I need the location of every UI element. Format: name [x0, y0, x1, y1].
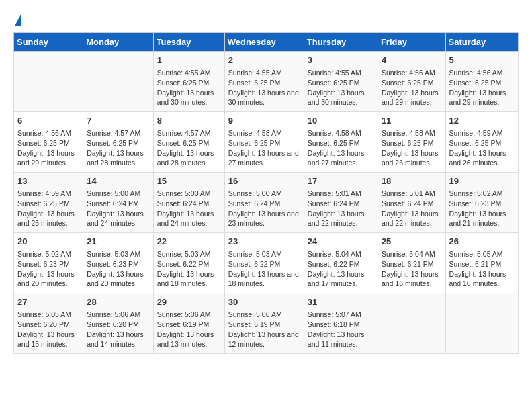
day-info: Sunrise: 4:56 AM Sunset: 6:25 PM Dayligh… — [382, 68, 442, 107]
day-number: 2 — [228, 54, 300, 66]
day-info: Sunrise: 4:55 AM Sunset: 6:25 PM Dayligh… — [308, 68, 374, 107]
calendar-cell: 18Sunrise: 5:01 AM Sunset: 6:24 PM Dayli… — [378, 173, 445, 233]
day-number: 6 — [17, 115, 79, 127]
day-info: Sunrise: 5:00 AM Sunset: 6:24 PM Dayligh… — [228, 189, 300, 228]
calendar-cell: 2Sunrise: 4:55 AM Sunset: 6:25 PM Daylig… — [224, 52, 304, 112]
day-info: Sunrise: 5:00 AM Sunset: 6:24 PM Dayligh… — [157, 189, 221, 228]
day-number: 20 — [17, 236, 79, 248]
header-wednesday: Wednesday — [224, 33, 304, 52]
calendar-cell: 23Sunrise: 5:03 AM Sunset: 6:22 PM Dayli… — [224, 233, 304, 293]
calendar-cell — [445, 293, 518, 354]
day-info: Sunrise: 4:57 AM Sunset: 6:25 PM Dayligh… — [87, 128, 149, 168]
calendar-cell: 19Sunrise: 5:02 AM Sunset: 6:23 PM Dayli… — [445, 173, 518, 233]
day-number: 27 — [17, 296, 79, 308]
day-number: 12 — [449, 115, 515, 127]
day-info: Sunrise: 4:55 AM Sunset: 6:25 PM Dayligh… — [157, 68, 221, 107]
day-number: 31 — [308, 296, 374, 308]
header-saturday: Saturday — [445, 33, 518, 52]
calendar-cell: 12Sunrise: 4:59 AM Sunset: 6:25 PM Dayli… — [445, 112, 518, 173]
day-info: Sunrise: 4:57 AM Sunset: 6:25 PM Dayligh… — [157, 128, 221, 168]
day-info: Sunrise: 4:59 AM Sunset: 6:25 PM Dayligh… — [17, 189, 79, 228]
calendar-cell: 5Sunrise: 4:56 AM Sunset: 6:25 PM Daylig… — [445, 52, 518, 112]
day-number: 19 — [449, 175, 515, 187]
day-number: 22 — [157, 236, 221, 248]
day-info: Sunrise: 4:58 AM Sunset: 6:25 PM Dayligh… — [228, 128, 300, 168]
day-info: Sunrise: 4:55 AM Sunset: 6:25 PM Dayligh… — [228, 68, 300, 107]
day-info: Sunrise: 4:56 AM Sunset: 6:25 PM Dayligh… — [449, 68, 515, 107]
day-info: Sunrise: 4:58 AM Sunset: 6:25 PM Dayligh… — [308, 128, 374, 168]
day-number: 23 — [228, 236, 300, 248]
calendar-cell: 21Sunrise: 5:03 AM Sunset: 6:23 PM Dayli… — [83, 233, 153, 293]
calendar-cell: 9Sunrise: 4:58 AM Sunset: 6:25 PM Daylig… — [224, 112, 304, 173]
day-info: Sunrise: 4:56 AM Sunset: 6:25 PM Dayligh… — [17, 128, 79, 168]
day-info: Sunrise: 5:04 AM Sunset: 6:22 PM Dayligh… — [308, 249, 374, 289]
day-number: 15 — [157, 175, 221, 187]
calendar-cell — [83, 52, 153, 112]
calendar-cell: 26Sunrise: 5:05 AM Sunset: 6:21 PM Dayli… — [445, 233, 518, 293]
calendar-cell: 4Sunrise: 4:56 AM Sunset: 6:25 PM Daylig… — [378, 52, 445, 112]
day-info: Sunrise: 4:59 AM Sunset: 6:25 PM Dayligh… — [449, 128, 515, 168]
calendar-cell: 15Sunrise: 5:00 AM Sunset: 6:24 PM Dayli… — [153, 173, 224, 233]
day-number: 17 — [308, 175, 374, 187]
day-number: 21 — [87, 236, 149, 248]
calendar-cell: 14Sunrise: 5:00 AM Sunset: 6:24 PM Dayli… — [83, 173, 153, 233]
day-number: 24 — [308, 236, 374, 248]
day-number: 16 — [228, 175, 300, 187]
day-info: Sunrise: 5:02 AM Sunset: 6:23 PM Dayligh… — [449, 189, 515, 228]
week-row-4: 20Sunrise: 5:02 AM Sunset: 6:23 PM Dayli… — [14, 233, 519, 293]
day-info: Sunrise: 5:01 AM Sunset: 6:24 PM Dayligh… — [308, 189, 374, 228]
day-info: Sunrise: 5:03 AM Sunset: 6:23 PM Dayligh… — [87, 249, 149, 289]
day-number: 10 — [308, 115, 374, 127]
day-info: Sunrise: 5:05 AM Sunset: 6:21 PM Dayligh… — [449, 249, 515, 289]
week-row-2: 6Sunrise: 4:56 AM Sunset: 6:25 PM Daylig… — [14, 112, 519, 173]
calendar-cell: 29Sunrise: 5:06 AM Sunset: 6:19 PM Dayli… — [153, 293, 224, 354]
day-info: Sunrise: 4:58 AM Sunset: 6:25 PM Dayligh… — [382, 128, 442, 168]
day-number: 5 — [449, 54, 515, 66]
header-sunday: Sunday — [14, 33, 83, 52]
header-friday: Friday — [378, 33, 445, 52]
calendar-cell: 16Sunrise: 5:00 AM Sunset: 6:24 PM Dayli… — [224, 173, 304, 233]
calendar-cell: 13Sunrise: 4:59 AM Sunset: 6:25 PM Dayli… — [14, 173, 83, 233]
calendar-cell: 6Sunrise: 4:56 AM Sunset: 6:25 PM Daylig… — [14, 112, 83, 173]
day-number: 28 — [87, 296, 149, 308]
day-number: 7 — [87, 115, 149, 127]
day-info: Sunrise: 5:03 AM Sunset: 6:22 PM Dayligh… — [228, 249, 300, 289]
calendar-cell: 3Sunrise: 4:55 AM Sunset: 6:25 PM Daylig… — [304, 52, 378, 112]
calendar-cell: 28Sunrise: 5:06 AM Sunset: 6:20 PM Dayli… — [83, 293, 153, 354]
day-info: Sunrise: 5:03 AM Sunset: 6:22 PM Dayligh… — [157, 249, 221, 289]
day-number: 9 — [228, 115, 300, 127]
day-info: Sunrise: 5:04 AM Sunset: 6:21 PM Dayligh… — [382, 249, 442, 289]
calendar-table: SundayMondayTuesdayWednesdayThursdayFrid… — [13, 32, 519, 354]
header-thursday: Thursday — [304, 33, 378, 52]
day-info: Sunrise: 5:00 AM Sunset: 6:24 PM Dayligh… — [87, 189, 149, 228]
calendar-cell: 31Sunrise: 5:07 AM Sunset: 6:18 PM Dayli… — [304, 293, 378, 354]
week-row-5: 27Sunrise: 5:05 AM Sunset: 6:20 PM Dayli… — [14, 293, 519, 354]
day-number: 11 — [382, 115, 442, 127]
calendar-cell — [14, 52, 83, 112]
calendar-cell: 25Sunrise: 5:04 AM Sunset: 6:21 PM Dayli… — [378, 233, 445, 293]
day-number: 14 — [87, 175, 149, 187]
logo — [13, 13, 21, 26]
calendar-cell: 10Sunrise: 4:58 AM Sunset: 6:25 PM Dayli… — [304, 112, 378, 173]
calendar-cell: 30Sunrise: 5:06 AM Sunset: 6:19 PM Dayli… — [224, 293, 304, 354]
day-info: Sunrise: 5:06 AM Sunset: 6:19 PM Dayligh… — [228, 310, 300, 349]
calendar-cell: 11Sunrise: 4:58 AM Sunset: 6:25 PM Dayli… — [378, 112, 445, 173]
day-number: 3 — [308, 54, 374, 66]
day-number: 18 — [382, 175, 442, 187]
calendar-cell: 22Sunrise: 5:03 AM Sunset: 6:22 PM Dayli… — [153, 233, 224, 293]
calendar-cell — [378, 293, 445, 354]
calendar-cell: 24Sunrise: 5:04 AM Sunset: 6:22 PM Dayli… — [304, 233, 378, 293]
day-number: 29 — [157, 296, 221, 308]
calendar-cell: 20Sunrise: 5:02 AM Sunset: 6:23 PM Dayli… — [14, 233, 83, 293]
day-info: Sunrise: 5:01 AM Sunset: 6:24 PM Dayligh… — [382, 189, 442, 228]
calendar-cell: 8Sunrise: 4:57 AM Sunset: 6:25 PM Daylig… — [153, 112, 224, 173]
header — [13, 13, 519, 26]
logo-triangle-icon — [15, 13, 21, 26]
day-info: Sunrise: 5:07 AM Sunset: 6:18 PM Dayligh… — [308, 310, 374, 349]
header-monday: Monday — [83, 33, 153, 52]
day-number: 25 — [382, 236, 442, 248]
calendar-cell: 7Sunrise: 4:57 AM Sunset: 6:25 PM Daylig… — [83, 112, 153, 173]
week-row-3: 13Sunrise: 4:59 AM Sunset: 6:25 PM Dayli… — [14, 173, 519, 233]
day-number: 1 — [157, 54, 221, 66]
day-info: Sunrise: 5:02 AM Sunset: 6:23 PM Dayligh… — [17, 249, 79, 289]
